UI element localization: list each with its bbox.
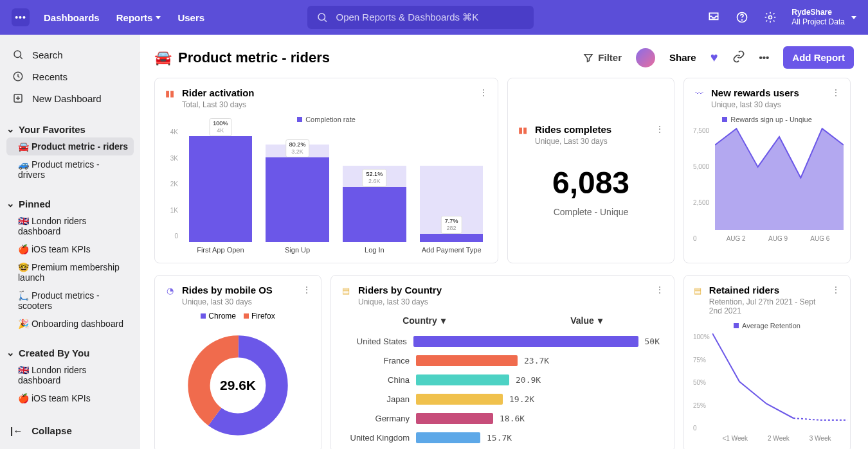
avatar[interactable] [636, 48, 655, 67]
svg-point-0 [318, 13, 325, 21]
sidebar-search[interactable]: Search [6, 44, 134, 66]
country-bar [413, 336, 638, 347]
group-pinned-label: Pinned [19, 198, 51, 209]
favorite-button[interactable]: ♥ [710, 50, 718, 65]
sidebar-item-riders[interactable]: 🚘 Product metric - riders [6, 137, 134, 155]
account-switcher[interactable]: RydeShare All Project Data [791, 8, 856, 27]
group-created[interactable]: ⌄Created By You [6, 344, 134, 361]
card-title: Rider activation [182, 87, 255, 98]
card-subtitle: Total, Last 30 days [182, 100, 255, 109]
country-bar [416, 413, 493, 424]
app-logo[interactable]: ••• [12, 8, 30, 26]
card-menu-icon[interactable]: ⋮ [831, 285, 841, 295]
chevron-down-icon: ⌄ [6, 123, 15, 135]
rewards-chart: 7,5005,0002,5000 AUG 2AUG 9AUG 6 [693, 127, 841, 254]
card-subtitle: Unique, Last 30 days [535, 137, 611, 146]
nav-users[interactable]: Users [177, 12, 204, 23]
collapse-label: Collapse [32, 425, 72, 436]
nav-reports-label: Reports [116, 12, 153, 23]
legend-swatch [244, 313, 249, 319]
sidebar-item[interactable]: 🤓 Premium membership launch [6, 258, 134, 286]
filter-icon [583, 52, 594, 64]
global-search[interactable]: Open Reports & Dashboards ⌘K [307, 6, 534, 29]
sidebar-search-label: Search [32, 49, 63, 60]
nav-reports[interactable]: Reports [116, 12, 161, 23]
bar-chart-icon: ▮▮ [517, 124, 529, 136]
svg-line-1 [325, 19, 327, 21]
country-value: 23.7K [524, 356, 549, 365]
group-favorites[interactable]: ⌄Your Favorites [6, 121, 134, 137]
group-pinned[interactable]: ⌄Pinned [6, 195, 134, 212]
big-number-sub: Complete - Unique [554, 207, 629, 217]
country-bar [416, 432, 480, 443]
card-title: Rides by mobile OS [182, 285, 273, 295]
add-report-button[interactable]: Add Report [783, 46, 854, 69]
svg-point-5 [14, 51, 21, 58]
donut-chart: 29.6K [164, 327, 312, 443]
country-dropdown[interactable]: Country▾ [402, 315, 446, 326]
country-name: Germany [345, 414, 410, 423]
search-placeholder: Open Reports & Dashboards ⌘K [336, 12, 478, 23]
country-value: 50K [645, 337, 660, 346]
sidebar-new-dashboard-label: New Dashboard [32, 93, 102, 104]
card-menu-icon[interactable]: ⋮ [655, 124, 665, 134]
sidebar-item[interactable]: 🍎 iOS team KPIs [6, 389, 134, 407]
svg-line-6 [20, 57, 22, 58]
card-subtitle: Unique, last 30 days [358, 297, 442, 306]
svg-point-3 [742, 20, 743, 21]
card-menu-icon[interactable]: ⋮ [302, 285, 312, 295]
sidebar-new-dashboard[interactable]: New Dashboard [6, 87, 134, 109]
country-value: 15.7K [487, 433, 512, 443]
sidebar-item[interactable]: 🇬🇧 London riders dashboard [6, 361, 134, 389]
country-row: Germany18.6K [345, 413, 660, 424]
sidebar-item[interactable]: 🍎 iOS team KPIs [6, 240, 134, 258]
help-icon[interactable] [735, 10, 749, 24]
retention-chart: 100%75%50%25%0 <1 Week2 Week3 Week [693, 333, 841, 443]
country-value: 18.6K [500, 414, 525, 423]
card-menu-icon[interactable]: ⋮ [831, 87, 841, 98]
nav-dashboards[interactable]: Dashboards [44, 12, 100, 23]
filter-button[interactable]: Filter [583, 52, 622, 64]
sidebar-recents[interactable]: Recents [6, 66, 134, 87]
activation-chart: 4K3K2K1K0 100%4KFirst App Open80.2%3.2KS… [164, 128, 489, 254]
value-dropdown[interactable]: Value▾ [570, 315, 602, 326]
page-header: 🚘 Product metric - riders Filter Share ♥… [140, 35, 868, 78]
inbox-icon[interactable] [707, 10, 721, 24]
clock-icon [12, 70, 24, 83]
page-title: Product metric - riders [178, 49, 330, 66]
legend-swatch [201, 313, 206, 319]
line-chart-icon: 〰 [693, 87, 705, 99]
link-icon[interactable] [732, 50, 745, 65]
bar-chart-icon: ▮▮ [164, 87, 176, 99]
card-menu-icon[interactable]: ⋮ [479, 87, 489, 98]
sidebar-item[interactable]: 🎉 Onboarding dashboard [6, 315, 134, 333]
sidebar-recents-label: Recents [32, 71, 68, 82]
sidebar-item-drivers[interactable]: 🚙 Product metrics - drivers [6, 155, 134, 184]
card-menu-icon[interactable]: ⋮ [655, 285, 665, 295]
card-subtitle: Unique, last 30 days [711, 100, 799, 109]
card-rewards: 〰 New rewards users Unique, last 30 days… [683, 78, 851, 263]
chevron-down-icon [156, 16, 161, 19]
chevron-down-icon: ⌄ [6, 347, 15, 358]
legend-swatch [722, 117, 727, 122]
country-name: United States [345, 337, 407, 346]
card-completes: ▮▮ Rides completes Unique, Last 30 days … [507, 78, 674, 263]
country-name: Japan [345, 394, 410, 404]
more-icon[interactable]: ••• [759, 52, 770, 63]
country-bar [416, 355, 518, 366]
card-subtitle: Unique, last 30 days [182, 297, 273, 306]
settings-icon[interactable] [763, 10, 777, 24]
card-title: Riders by Country [358, 285, 442, 295]
legend-label: Rewards sign up - Unqiue [730, 116, 812, 123]
sidebar-item[interactable]: 🇬🇧 London riders dashboard [6, 212, 134, 240]
chevron-down-icon: ⌄ [6, 198, 15, 209]
group-favorites-label: Your Favorites [19, 124, 86, 135]
card-title: Rides completes [535, 124, 611, 135]
share-button[interactable]: Share [669, 52, 696, 63]
card-country: ▤ Riders by Country Unique, last 30 days… [330, 275, 674, 449]
topbar: ••• Dashboards Reports Users Open Report… [0, 0, 868, 35]
group-created-label: Created By You [19, 348, 89, 358]
sidebar-item[interactable]: 🛴 Product metrics - scooters [6, 286, 134, 315]
sidebar-collapse[interactable]: |← Collapse [6, 421, 134, 440]
country-value: 20.9K [516, 375, 541, 385]
